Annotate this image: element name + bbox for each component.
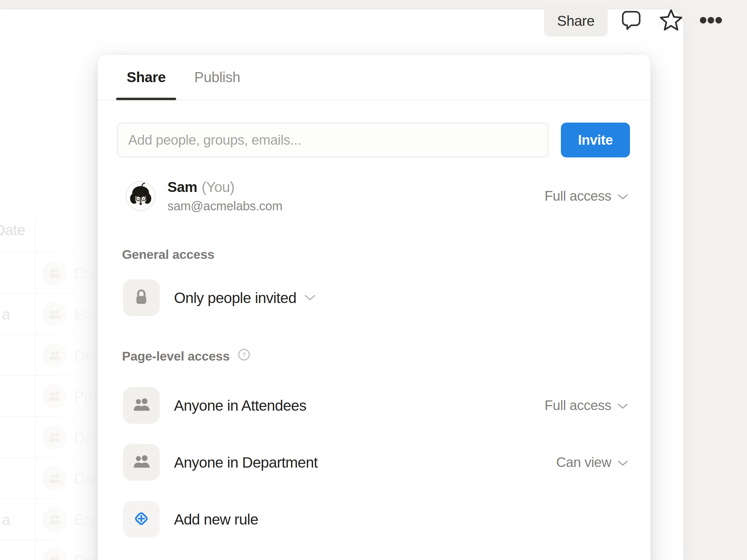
ellipsis-icon	[700, 17, 722, 25]
add-rule-icon-box	[123, 501, 160, 538]
member-access-value: Full access	[544, 188, 611, 204]
invite-row: Invite	[117, 123, 630, 157]
general-access-heading: General access	[122, 247, 650, 262]
lock-icon-box	[123, 279, 160, 316]
share-dialog: Share Publish Invite	[98, 55, 650, 560]
member-you-suffix: (You)	[202, 179, 235, 195]
group-icon-box	[123, 444, 160, 481]
rule-row-attendees: Anyone in Attendees Full access	[123, 387, 629, 424]
rule-row-department: Anyone in Department Can view	[123, 444, 629, 481]
invite-input[interactable]	[117, 123, 548, 157]
chevron-down-icon	[617, 188, 629, 204]
more-options-button[interactable]	[695, 5, 727, 36]
rule-label: Anyone in Department	[174, 454, 318, 471]
share-button-label: Share	[557, 12, 594, 29]
tab-publish[interactable]: Publish	[184, 55, 251, 100]
rule-access-value: Can view	[556, 455, 611, 470]
page-level-access-title: Page-level access	[122, 349, 230, 364]
rule-access-value: Full access	[544, 398, 611, 413]
tab-share[interactable]: Share	[116, 55, 176, 100]
share-button[interactable]: Share	[544, 5, 608, 36]
comment-bubble-icon	[621, 10, 642, 32]
window-toolbar: Share	[544, 5, 727, 37]
add-new-rule-row[interactable]: Add new rule	[123, 501, 629, 538]
group-icon	[131, 395, 151, 416]
add-new-rule-label: Add new rule	[174, 511, 258, 528]
tab-publish-label: Publish	[194, 69, 240, 85]
general-access-dropdown[interactable]	[304, 294, 316, 302]
page-level-access-heading: Page-level access ?	[122, 348, 650, 365]
group-icon-box	[123, 387, 160, 424]
star-icon	[659, 9, 683, 33]
member-email: sam@acmelabs.com	[168, 199, 282, 213]
avatar	[126, 181, 156, 211]
general-access-value: Only people invited	[174, 289, 296, 306]
chevron-down-icon	[617, 455, 629, 470]
member-info: Sam (You) sam@acmelabs.com	[168, 179, 282, 213]
comments-button[interactable]	[615, 5, 647, 36]
tab-share-label: Share	[127, 69, 165, 85]
dialog-tabs: Share Publish	[98, 55, 650, 100]
rule-label: Anyone in Attendees	[174, 397, 306, 414]
lock-icon	[132, 288, 150, 308]
member-name: Sam	[168, 179, 197, 195]
screen: Date Eng a Eng Des Pro Des	[0, 0, 747, 560]
member-row: Sam (You) sam@acmelabs.com Full access	[126, 179, 629, 213]
rule-access-dropdown[interactable]: Can view	[556, 455, 629, 470]
chevron-down-icon	[617, 398, 629, 413]
general-access-row: Only people invited	[123, 279, 629, 316]
help-icon[interactable]: ?	[237, 348, 251, 365]
diamond-plus-icon	[131, 508, 152, 530]
group-icon	[131, 452, 151, 473]
svg-text:?: ?	[242, 351, 246, 358]
rule-access-dropdown[interactable]: Full access	[544, 398, 629, 413]
general-access-title: General access	[122, 247, 214, 262]
favorite-button[interactable]	[655, 5, 687, 36]
invite-button[interactable]: Invite	[561, 123, 630, 157]
member-access-dropdown[interactable]: Full access	[544, 188, 629, 204]
